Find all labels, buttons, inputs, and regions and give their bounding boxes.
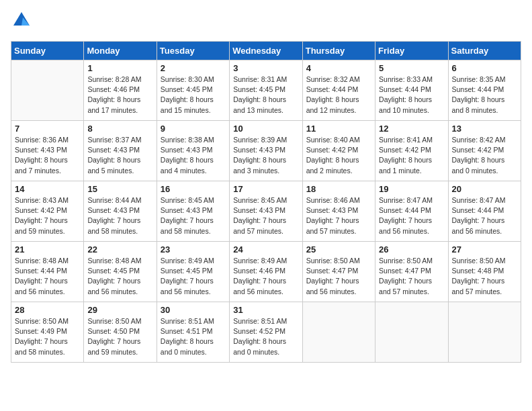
logo — [11, 11, 31, 33]
day-number: 8 — [87, 124, 152, 134]
day-cell: 19Sunrise: 8:47 AM Sunset: 4:44 PM Dayli… — [375, 181, 448, 242]
day-number: 19 — [379, 184, 444, 194]
logo-icon — [12, 11, 31, 30]
week-row-1: 1Sunrise: 8:28 AM Sunset: 4:46 PM Daylig… — [11, 60, 521, 121]
svg-marker-1 — [21, 17, 30, 26]
day-info: Sunrise: 8:32 AM Sunset: 4:44 PM Dayligh… — [306, 75, 371, 116]
page-header — [11, 11, 521, 33]
day-info: Sunrise: 8:33 AM Sunset: 4:44 PM Dayligh… — [379, 75, 444, 116]
day-info: Sunrise: 8:50 AM Sunset: 4:49 PM Dayligh… — [15, 316, 80, 357]
day-number: 24 — [233, 244, 298, 255]
day-info: Sunrise: 8:47 AM Sunset: 4:44 PM Dayligh… — [452, 195, 517, 236]
day-number: 28 — [15, 305, 80, 315]
day-info: Sunrise: 8:38 AM Sunset: 4:43 PM Dayligh… — [161, 135, 226, 176]
calendar-header: SundayMondayTuesdayWednesdayThursdayFrid… — [11, 42, 521, 60]
day-number: 21 — [15, 244, 80, 255]
day-info: Sunrise: 8:50 AM Sunset: 4:48 PM Dayligh… — [452, 256, 517, 297]
day-number: 1 — [87, 63, 152, 73]
day-info: Sunrise: 8:49 AM Sunset: 4:45 PM Dayligh… — [161, 256, 226, 297]
day-cell: 8Sunrise: 8:37 AM Sunset: 4:43 PM Daylig… — [84, 121, 157, 181]
day-info: Sunrise: 8:45 AM Sunset: 4:43 PM Dayligh… — [233, 195, 298, 236]
day-number: 13 — [452, 124, 517, 134]
day-info: Sunrise: 8:47 AM Sunset: 4:44 PM Dayligh… — [379, 195, 444, 236]
day-number: 15 — [87, 184, 152, 194]
day-cell: 17Sunrise: 8:45 AM Sunset: 4:43 PM Dayli… — [230, 181, 302, 242]
day-cell: 10Sunrise: 8:39 AM Sunset: 4:43 PM Dayli… — [230, 121, 302, 181]
day-number: 2 — [161, 63, 226, 73]
day-cell: 29Sunrise: 8:50 AM Sunset: 4:50 PM Dayli… — [84, 302, 157, 363]
weekday-header-row: SundayMondayTuesdayWednesdayThursdayFrid… — [11, 42, 521, 60]
day-cell — [375, 302, 448, 363]
day-number: 14 — [15, 184, 80, 194]
day-cell: 7Sunrise: 8:36 AM Sunset: 4:43 PM Daylig… — [11, 121, 84, 181]
day-info: Sunrise: 8:37 AM Sunset: 4:43 PM Dayligh… — [87, 135, 152, 176]
day-info: Sunrise: 8:43 AM Sunset: 4:42 PM Dayligh… — [15, 195, 80, 236]
day-number: 5 — [379, 63, 444, 73]
day-cell: 13Sunrise: 8:42 AM Sunset: 4:42 PM Dayli… — [448, 121, 521, 181]
day-number: 18 — [306, 184, 371, 194]
weekday-header-sunday: Sunday — [11, 42, 84, 60]
day-cell: 27Sunrise: 8:50 AM Sunset: 4:48 PM Dayli… — [448, 242, 521, 302]
day-cell: 14Sunrise: 8:43 AM Sunset: 4:42 PM Dayli… — [11, 181, 84, 242]
day-number: 6 — [452, 63, 517, 73]
day-number: 9 — [161, 124, 226, 134]
day-number: 16 — [161, 184, 226, 194]
day-info: Sunrise: 8:30 AM Sunset: 4:45 PM Dayligh… — [161, 75, 226, 116]
day-info: Sunrise: 8:31 AM Sunset: 4:45 PM Dayligh… — [233, 75, 298, 116]
day-info: Sunrise: 8:46 AM Sunset: 4:43 PM Dayligh… — [306, 195, 371, 236]
day-number: 27 — [452, 244, 517, 255]
day-number: 26 — [379, 244, 444, 255]
weekday-header-monday: Monday — [84, 42, 157, 60]
day-info: Sunrise: 8:50 AM Sunset: 4:47 PM Dayligh… — [379, 256, 444, 297]
weekday-header-thursday: Thursday — [302, 42, 375, 60]
day-info: Sunrise: 8:39 AM Sunset: 4:43 PM Dayligh… — [233, 135, 298, 176]
day-info: Sunrise: 8:49 AM Sunset: 4:46 PM Dayligh… — [233, 256, 298, 297]
day-number: 20 — [452, 184, 517, 194]
day-cell: 21Sunrise: 8:48 AM Sunset: 4:44 PM Dayli… — [11, 242, 84, 302]
day-info: Sunrise: 8:35 AM Sunset: 4:44 PM Dayligh… — [452, 75, 517, 116]
day-number: 3 — [233, 63, 298, 73]
day-info: Sunrise: 8:50 AM Sunset: 4:47 PM Dayligh… — [306, 256, 371, 297]
day-number: 22 — [87, 244, 152, 255]
day-info: Sunrise: 8:41 AM Sunset: 4:42 PM Dayligh… — [379, 135, 444, 176]
day-number: 12 — [379, 124, 444, 134]
day-cell: 3Sunrise: 8:31 AM Sunset: 4:45 PM Daylig… — [230, 60, 302, 121]
day-cell: 25Sunrise: 8:50 AM Sunset: 4:47 PM Dayli… — [302, 242, 375, 302]
day-cell — [448, 302, 521, 363]
week-row-4: 21Sunrise: 8:48 AM Sunset: 4:44 PM Dayli… — [11, 242, 521, 302]
day-cell: 1Sunrise: 8:28 AM Sunset: 4:46 PM Daylig… — [84, 60, 157, 121]
day-cell: 31Sunrise: 8:51 AM Sunset: 4:52 PM Dayli… — [230, 302, 302, 363]
day-number: 7 — [15, 124, 80, 134]
day-cell: 6Sunrise: 8:35 AM Sunset: 4:44 PM Daylig… — [448, 60, 521, 121]
calendar-body: 1Sunrise: 8:28 AM Sunset: 4:46 PM Daylig… — [11, 60, 521, 363]
day-info: Sunrise: 8:40 AM Sunset: 4:42 PM Dayligh… — [306, 135, 371, 176]
day-info: Sunrise: 8:50 AM Sunset: 4:50 PM Dayligh… — [87, 316, 152, 357]
day-cell: 5Sunrise: 8:33 AM Sunset: 4:44 PM Daylig… — [375, 60, 448, 121]
day-number: 30 — [161, 305, 226, 315]
day-cell: 11Sunrise: 8:40 AM Sunset: 4:42 PM Dayli… — [302, 121, 375, 181]
day-info: Sunrise: 8:36 AM Sunset: 4:43 PM Dayligh… — [15, 135, 80, 176]
weekday-header-friday: Friday — [375, 42, 448, 60]
day-info: Sunrise: 8:51 AM Sunset: 4:52 PM Dayligh… — [233, 316, 298, 357]
day-number: 10 — [233, 124, 298, 134]
weekday-header-tuesday: Tuesday — [157, 42, 229, 60]
week-row-3: 14Sunrise: 8:43 AM Sunset: 4:42 PM Dayli… — [11, 181, 521, 242]
day-number: 31 — [233, 305, 298, 315]
day-cell: 9Sunrise: 8:38 AM Sunset: 4:43 PM Daylig… — [157, 121, 229, 181]
week-row-2: 7Sunrise: 8:36 AM Sunset: 4:43 PM Daylig… — [11, 121, 521, 181]
day-info: Sunrise: 8:44 AM Sunset: 4:43 PM Dayligh… — [87, 195, 152, 236]
day-number: 25 — [306, 244, 371, 255]
day-cell: 23Sunrise: 8:49 AM Sunset: 4:45 PM Dayli… — [157, 242, 229, 302]
day-info: Sunrise: 8:28 AM Sunset: 4:46 PM Dayligh… — [87, 75, 152, 116]
day-cell: 18Sunrise: 8:46 AM Sunset: 4:43 PM Dayli… — [302, 181, 375, 242]
week-row-5: 28Sunrise: 8:50 AM Sunset: 4:49 PM Dayli… — [11, 302, 521, 363]
day-cell: 28Sunrise: 8:50 AM Sunset: 4:49 PM Dayli… — [11, 302, 84, 363]
weekday-header-saturday: Saturday — [448, 42, 521, 60]
day-cell: 20Sunrise: 8:47 AM Sunset: 4:44 PM Dayli… — [448, 181, 521, 242]
day-info: Sunrise: 8:48 AM Sunset: 4:45 PM Dayligh… — [87, 256, 152, 297]
day-cell: 2Sunrise: 8:30 AM Sunset: 4:45 PM Daylig… — [157, 60, 229, 121]
day-cell: 12Sunrise: 8:41 AM Sunset: 4:42 PM Dayli… — [375, 121, 448, 181]
day-cell: 22Sunrise: 8:48 AM Sunset: 4:45 PM Dayli… — [84, 242, 157, 302]
day-cell: 30Sunrise: 8:51 AM Sunset: 4:51 PM Dayli… — [157, 302, 229, 363]
calendar-table: SundayMondayTuesdayWednesdayThursdayFrid… — [11, 41, 521, 363]
